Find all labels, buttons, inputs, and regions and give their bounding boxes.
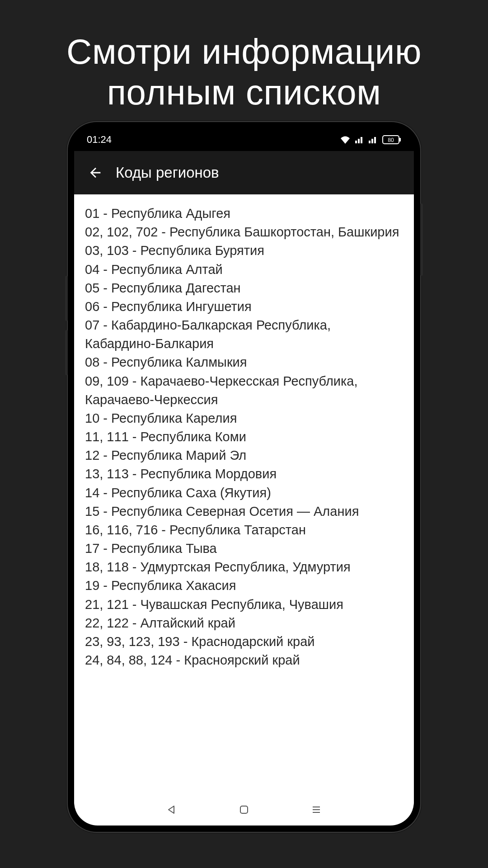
wifi-icon [340,136,351,144]
battery-icon: 80 [382,135,401,144]
region-item: 05 - Республика Дагестан [85,279,403,297]
square-home-icon [239,804,249,815]
region-item: 24, 84, 88, 124 - Красноярский край [85,651,403,670]
region-item: 02, 102, 702 - Республика Башкортостан, … [85,223,403,241]
region-item: 19 - Республика Хакасия [85,576,403,595]
signal-icon-2 [369,136,378,143]
headline-line2: полным списком [107,72,381,112]
status-right: 80 [340,135,401,144]
region-item: 08 - Республика Калмыкия [85,353,403,372]
svg-rect-1 [399,138,401,142]
region-item: 07 - Кабардино-Балкарская Республика, Ка… [85,316,403,353]
region-item: 11, 111 - Республика Коми [85,428,403,446]
region-item: 13, 113 - Республика Мордовия [85,465,403,483]
region-item: 14 - Республика Саха (Якутия) [85,484,403,502]
phone-volume-up [65,276,68,321]
region-item: 10 - Республика Карелия [85,409,403,428]
nav-home-button[interactable] [235,801,253,819]
region-item: 15 - Республика Северная Осетия — Алания [85,502,403,521]
app-bar: Коды регионов [74,151,414,194]
phone-power-button [420,203,423,276]
region-item: 12 - Республика Марий Эл [85,446,403,465]
promo-headline: Смотри информацию полным списком [0,0,488,113]
region-item: 22, 122 - Алтайский край [85,614,403,632]
nav-recent-button[interactable] [307,801,325,819]
region-item: 06 - Республика Ингушетия [85,297,403,316]
back-button[interactable] [81,159,109,187]
region-item: 09, 109 - Карачаево-Черкесская Республик… [85,372,403,409]
system-nav-bar [74,794,414,826]
nav-back-button[interactable] [163,801,181,819]
menu-recent-icon [311,804,322,815]
region-item: 03, 103 - Республика Бурятия [85,241,403,260]
phone-volume-down [65,330,68,375]
svg-rect-3 [240,806,248,813]
signal-icon [355,136,364,143]
triangle-back-icon [166,804,177,815]
status-time: 01:24 [87,134,112,146]
region-list[interactable]: 01 - Республика Адыгея02, 102, 702 - Рес… [74,194,414,794]
region-item: 16, 116, 716 - Республика Татарстан [85,521,403,539]
arrow-left-icon [88,165,103,180]
region-item: 23, 93, 123, 193 - Краснодарский край [85,632,403,651]
svg-text:80: 80 [388,137,394,143]
app-bar-title: Коды регионов [116,164,219,181]
region-item: 18, 118 - Удмуртская Республика, Удмурти… [85,558,403,576]
region-item: 17 - Республика Тыва [85,539,403,558]
phone-mockup: 01:24 80 [68,122,420,832]
phone-screen: 01:24 80 [74,128,414,826]
region-item: 04 - Республика Алтай [85,260,403,279]
headline-line1: Смотри информацию [66,32,422,71]
status-bar: 01:24 80 [74,128,414,151]
region-item: 21, 121 - Чувашская Республика, Чувашия [85,595,403,614]
region-item: 01 - Республика Адыгея [85,204,403,223]
